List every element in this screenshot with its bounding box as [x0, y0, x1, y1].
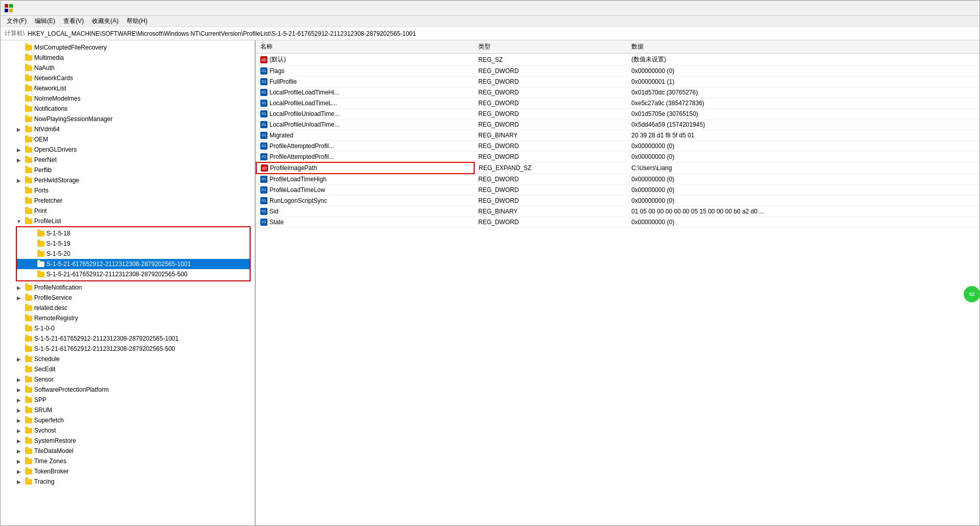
- list-item[interactable]: S-1-5-21-617652912-2112312308-2879202565…: [1, 344, 255, 354]
- toggle-icon: [15, 207, 23, 215]
- list-item[interactable]: ▶ SPP: [1, 395, 255, 405]
- cell-data: 0xe5c27a9c (3854727836): [627, 98, 979, 109]
- list-item[interactable]: ▶ ProfileService: [1, 293, 255, 303]
- main-content: MsiCorruptedFileRecovery Multimedia NaAu…: [1, 40, 979, 525]
- table-row[interactable]: 01LocalProfileUnloadTime...REG_DWORD0x5d…: [256, 119, 979, 130]
- list-item[interactable]: ▶ PerHwIdStorage: [1, 175, 255, 185]
- table-row[interactable]: 01ProfileLoadTimeHighREG_DWORD0x00000000…: [256, 174, 979, 185]
- cell-type: REG_BINARY: [474, 206, 627, 217]
- list-item[interactable]: S-1-5-21-617652912-2112312308-2879202565…: [1, 333, 255, 344]
- folder-icon: [24, 187, 33, 194]
- menu-edit[interactable]: 编辑(E): [31, 16, 59, 27]
- list-item[interactable]: RemoteRegistry: [1, 313, 255, 323]
- registry-table: 名称 类型 数据 ab(默认)REG_SZ(数值未设置)01FlagsREG_D…: [256, 40, 979, 228]
- menu-favorites[interactable]: 收藏夹(A): [88, 16, 122, 27]
- toggle-icon: [15, 365, 23, 373]
- cell-type: REG_DWORD: [474, 66, 627, 77]
- list-item[interactable]: ▶ OpenGLDrivers: [1, 145, 255, 155]
- cell-name: 01State: [256, 217, 474, 228]
- list-item[interactable]: ▶ TileDataModel: [1, 446, 255, 456]
- menu-file[interactable]: 文件(F): [3, 16, 31, 27]
- list-item[interactable]: Perflib: [1, 165, 255, 175]
- list-item[interactable]: Print: [1, 206, 255, 216]
- list-item[interactable]: ▶ SystemRestore: [1, 436, 255, 446]
- table-row[interactable]: 01RunLogonScriptSyncREG_DWORD0x00000000 …: [256, 196, 979, 206]
- list-item[interactable]: S-1-0-0: [1, 323, 255, 333]
- green-indicator: SZ: [964, 286, 980, 302]
- cell-type: REG_DWORD: [474, 109, 627, 119]
- list-item[interactable]: S-1-5-20: [17, 249, 250, 259]
- list-item[interactable]: MsiCorruptedFileRecovery: [1, 42, 255, 53]
- list-item[interactable]: Notifications: [1, 104, 255, 114]
- cell-data: 0x00000000 (0): [627, 196, 979, 206]
- list-item[interactable]: ▶ Tracing: [1, 476, 255, 487]
- cell-data: 0x00000000 (0): [627, 174, 979, 185]
- list-item[interactable]: ▶ TokenBroker: [1, 466, 255, 476]
- folder-icon: [24, 315, 33, 322]
- toggle-icon: ▶: [15, 146, 23, 154]
- list-item[interactable]: ▶ Time Zones: [1, 456, 255, 466]
- close-button[interactable]: [952, 1, 975, 16]
- table-row[interactable]: 01ProfileLoadTimeLowREG_DWORD0x00000000 …: [256, 185, 979, 196]
- folder-icon: [24, 355, 33, 363]
- menu-view[interactable]: 查看(V): [59, 16, 88, 27]
- list-item[interactable]: ▶ Superfetch: [1, 415, 255, 425]
- list-item[interactable]: Multimedia: [1, 53, 255, 63]
- list-item[interactable]: SecEdit: [1, 364, 255, 374]
- list-item[interactable]: NetworkList: [1, 83, 255, 93]
- data-panel[interactable]: 名称 类型 数据 ab(默认)REG_SZ(数值未设置)01FlagsREG_D…: [256, 40, 979, 525]
- toggle-icon: [15, 186, 23, 195]
- table-row[interactable]: 01LocalProfileUnloadTime...REG_DWORD0x01…: [256, 109, 979, 119]
- list-item[interactable]: S-1-5-21-617652912-2112312308-2879202565…: [17, 269, 250, 279]
- table-row[interactable]: 01FullProfileREG_DWORD0x00000001 (1): [256, 77, 979, 87]
- tree-panel[interactable]: MsiCorruptedFileRecovery Multimedia NaAu…: [1, 40, 256, 525]
- list-item[interactable]: ▶ ProfileNotification: [1, 282, 255, 293]
- table-row[interactable]: 01StateREG_DWORD0x00000000 (0): [256, 217, 979, 228]
- table-row[interactable]: 01ProfileAttemptedProfil...REG_DWORD0x00…: [256, 152, 979, 163]
- tree-item-profilelist[interactable]: ▼ ProfileList: [1, 216, 255, 226]
- table-row[interactable]: 01ProfileAttemptedProfil...REG_DWORD0x00…: [256, 141, 979, 152]
- list-item[interactable]: ▶ Svchost: [1, 425, 255, 436]
- reg-type-icon: ab: [261, 164, 268, 172]
- toggle-icon: ▶: [15, 396, 23, 404]
- table-row[interactable]: abProfileImagePathREG_EXPAND_SZC:\Users\…: [256, 162, 979, 174]
- list-item[interactable]: NoImeModelmes: [1, 93, 255, 104]
- table-row[interactable]: 01LocalProfileLoadTimeL...REG_DWORD0xe5c…: [256, 98, 979, 109]
- maximize-button[interactable]: [928, 1, 952, 16]
- table-row[interactable]: ab(默认)REG_SZ(数值未设置): [256, 54, 979, 66]
- toggle-icon: [15, 64, 23, 72]
- cell-name: 01RunLogonScriptSync: [256, 196, 474, 206]
- cell-name: 01LocalProfileLoadTimeHi...: [256, 87, 474, 98]
- table-row[interactable]: 01MigratedREG_BINARY20 39 28 d1 f8 5f d5…: [256, 130, 979, 141]
- list-item[interactable]: NaAuth: [1, 63, 255, 73]
- list-item[interactable]: ▶ NtVdm64: [1, 124, 255, 134]
- window-controls: [905, 1, 975, 16]
- list-item[interactable]: ▶ PeerNet: [1, 155, 255, 165]
- list-item[interactable]: NetworkCards: [1, 73, 255, 83]
- list-item[interactable]: S-1-5-19: [17, 238, 250, 249]
- list-item[interactable]: ▶ SoftwareProtectionPlatform: [1, 385, 255, 395]
- folder-icon: [24, 136, 33, 143]
- folder-icon: [37, 271, 45, 278]
- folder-icon: [24, 75, 33, 82]
- table-row[interactable]: 01FlagsREG_DWORD0x00000000 (0): [256, 66, 979, 77]
- toggle-icon: ▶: [15, 386, 23, 394]
- minimize-button[interactable]: [905, 1, 928, 16]
- list-item[interactable]: S-1-5-18: [17, 228, 250, 238]
- toggle-icon: ▶: [15, 447, 23, 455]
- list-item[interactable]: Prefetcher: [1, 196, 255, 206]
- folder-icon: [37, 260, 45, 268]
- list-item[interactable]: Ports: [1, 185, 255, 196]
- cell-type: REG_DWORD: [474, 174, 627, 185]
- list-item[interactable]: ▶ SRUM: [1, 405, 255, 415]
- list-item[interactable]: ▶ Schedule: [1, 354, 255, 364]
- tree-item-selected-sid[interactable]: S-1-5-21-617652912-2112312308-2879202565…: [17, 259, 250, 269]
- table-row[interactable]: 01SidREG_BINARY01 05 00 00 00 00 00 05 1…: [256, 206, 979, 217]
- list-item[interactable]: OEM: [1, 134, 255, 145]
- table-row[interactable]: 01LocalProfileLoadTimeHi...REG_DWORD0x01…: [256, 87, 979, 98]
- list-item[interactable]: related.desc: [1, 303, 255, 313]
- menu-help[interactable]: 帮助(H): [122, 16, 152, 27]
- list-item[interactable]: NowPlayingSessionManager: [1, 114, 255, 124]
- list-item[interactable]: ▶ Sensor: [1, 374, 255, 385]
- folder-icon: [24, 427, 33, 434]
